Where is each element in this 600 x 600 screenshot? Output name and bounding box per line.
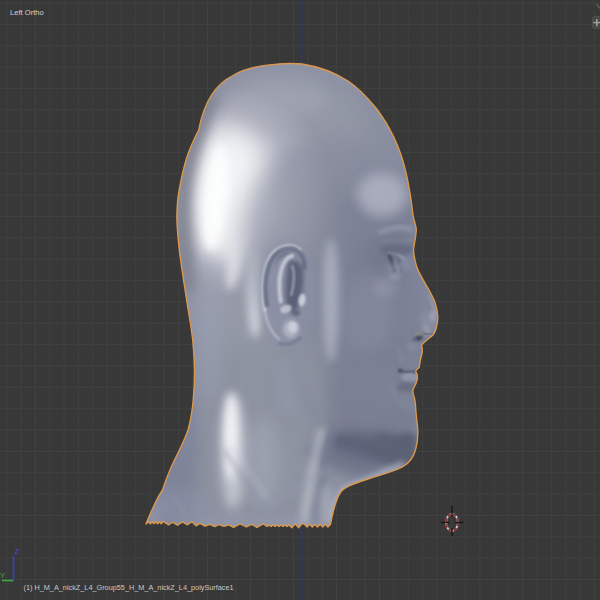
svg-text:Y: Y	[0, 571, 5, 580]
svg-text:Left Ortho: Left Ortho	[10, 8, 44, 17]
svg-text:Z: Z	[15, 547, 20, 556]
svg-text:(1) H_M_A_nickZ_L4_Group55_H_M: (1) H_M_A_nickZ_L4_Group55_H_M_A_nickZ_L…	[24, 583, 234, 592]
